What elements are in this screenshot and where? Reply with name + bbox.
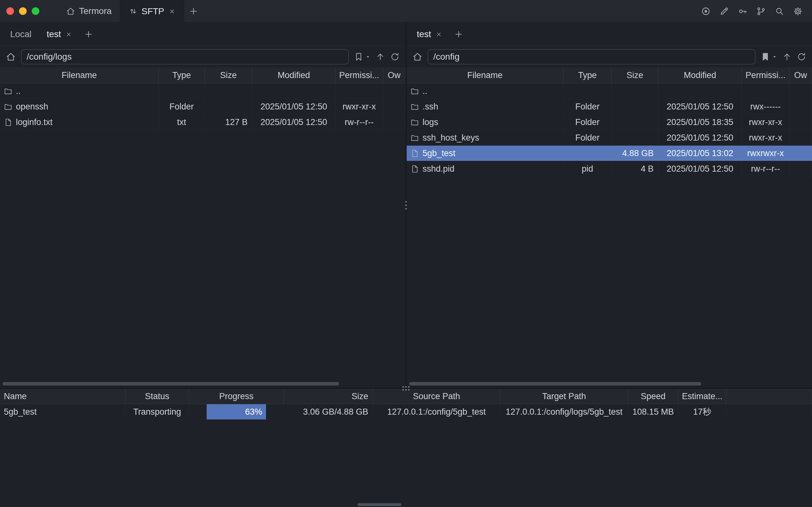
column-header-name[interactable]: Name	[0, 389, 125, 404]
tab-test[interactable]: test	[39, 22, 80, 46]
column-header-type[interactable]: Type	[159, 67, 205, 83]
file-row[interactable]: logsFolder2025/01/05 18:35rwxr-xr-x	[407, 115, 812, 130]
file-row[interactable]: 5gb_test4.88 GB2025/01/05 13:02rwxrwxr-x	[407, 146, 812, 161]
file-cell-type	[563, 146, 612, 161]
edit-button[interactable]	[717, 4, 731, 18]
tab-local[interactable]: Local	[3, 22, 39, 46]
bookmark-icon[interactable]	[354, 52, 364, 62]
column-header-estimate[interactable]: Estimate...	[679, 389, 726, 404]
column-header-filename[interactable]: Filename	[0, 67, 159, 83]
chevron-down-icon[interactable]	[365, 54, 370, 59]
file-cell-owner	[790, 99, 812, 114]
traffic-lights	[0, 0, 46, 22]
up-directory-icon[interactable]	[782, 52, 792, 62]
column-header-modified[interactable]: Modified	[252, 67, 335, 83]
horizontal-scrollbar[interactable]	[409, 382, 701, 386]
close-window-button[interactable]	[6, 7, 14, 15]
tab-termora[interactable]: Termora	[58, 0, 120, 22]
column-header-filename[interactable]: Filename	[407, 67, 563, 83]
horizontal-scrollbar[interactable]	[3, 382, 339, 386]
horizontal-scrollbar[interactable]	[358, 503, 401, 506]
file-cell-modified	[252, 83, 335, 99]
file-row[interactable]: ..	[0, 83, 405, 99]
file-cell-permissions	[742, 83, 790, 99]
file-cell-owner	[790, 130, 812, 145]
column-header-status[interactable]: Status	[125, 389, 189, 404]
tab-label: Termora	[79, 6, 112, 16]
file-cell-size	[205, 99, 252, 114]
file-row[interactable]: loginfo.txttxt127 B2025/01/05 12:50rw-r-…	[0, 115, 405, 130]
close-icon[interactable]	[65, 31, 72, 38]
path-input[interactable]	[21, 49, 349, 64]
file-name: logs	[423, 117, 438, 127]
file-cell-type: txt	[159, 115, 205, 130]
new-tab-button[interactable]	[184, 0, 203, 22]
tab-label: SFTP	[142, 6, 164, 16]
zoom-window-button[interactable]	[32, 7, 39, 15]
transfer-panel: NameStatusProgressSizeSource PathTarget …	[0, 388, 812, 507]
file-cell-modified: 2025/01/05 12:50	[252, 99, 335, 114]
file-row[interactable]: .sshFolder2025/01/05 12:50rwx------	[407, 99, 812, 115]
close-icon[interactable]	[169, 8, 175, 15]
remote-pane-tabs: test	[407, 22, 812, 46]
column-header-permissi[interactable]: Permissi...	[335, 67, 383, 83]
search-button[interactable]	[773, 4, 786, 18]
transfer-cell-target-path: 127.0.0.1:/config/logs/5gb_test	[500, 404, 628, 419]
minimize-window-button[interactable]	[19, 7, 27, 15]
file-cell-owner	[383, 83, 405, 99]
transfer-cell-status: Transporting	[125, 404, 189, 419]
titlebar-actions	[699, 0, 812, 22]
column-header-permissi[interactable]: Permissi...	[742, 67, 790, 83]
file-cell-permissions: rwxr-xr-x	[742, 130, 790, 145]
column-header-modified[interactable]: Modified	[658, 67, 742, 83]
remote-pathbar	[407, 46, 812, 67]
column-header-ow[interactable]: Ow	[383, 67, 405, 83]
record-button[interactable]	[699, 4, 712, 18]
titlebar: Termora SFTP	[0, 0, 812, 22]
file-row[interactable]: ..	[407, 83, 812, 99]
column-header-speed[interactable]: Speed	[628, 389, 679, 404]
tab-test[interactable]: test	[409, 22, 450, 46]
file-cell-name: .ssh	[407, 99, 563, 114]
column-header-size[interactable]: Size	[284, 389, 373, 404]
file-row[interactable]: opensshFolder2025/01/05 12:50rwxr-xr-x	[0, 99, 405, 115]
tab-sftp[interactable]: SFTP	[120, 0, 184, 22]
column-header-ow[interactable]: Ow	[790, 67, 812, 83]
column-header-targetpath[interactable]: Target Path	[500, 389, 628, 404]
panel-divider-handle[interactable]	[402, 386, 410, 391]
column-header-size[interactable]: Size	[205, 67, 252, 83]
local-file-table: FilenameTypeSizeModifiedPermissi...Ow..o…	[0, 67, 405, 388]
column-header-progress[interactable]: Progress	[189, 389, 284, 404]
file-cell-size: 4 B	[612, 161, 658, 176]
file-row[interactable]: sshd.pidpid4 B2025/01/05 12:50rw-r--r--	[407, 161, 812, 177]
branch-button[interactable]	[754, 4, 767, 18]
settings-button[interactable]	[791, 4, 804, 18]
progress-label: 63%	[245, 407, 262, 417]
key-manager-button[interactable]	[736, 4, 749, 18]
home-icon[interactable]	[6, 52, 16, 62]
column-header-size[interactable]: Size	[612, 67, 658, 83]
up-directory-icon[interactable]	[376, 52, 385, 62]
chevron-down-icon[interactable]	[772, 54, 777, 59]
file-cell-type: Folder	[563, 99, 612, 114]
file-cell-size: 127 B	[205, 115, 252, 130]
column-header-sourcepath[interactable]: Source Path	[373, 389, 500, 404]
table-header: FilenameTypeSizeModifiedPermissi...Ow	[0, 67, 405, 83]
file-cell-owner	[790, 83, 812, 99]
refresh-icon[interactable]	[390, 52, 400, 62]
home-icon[interactable]	[412, 52, 423, 62]
close-icon[interactable]	[436, 31, 442, 38]
bookmark-icon[interactable]	[761, 52, 770, 62]
add-tab-button[interactable]	[80, 22, 98, 46]
file-row[interactable]: ssh_host_keysFolder2025/01/05 12:50rwxr-…	[407, 130, 812, 146]
refresh-icon[interactable]	[797, 52, 806, 62]
file-cell-modified: 2025/01/05 13:02	[658, 146, 742, 161]
add-tab-button[interactable]	[450, 22, 468, 46]
path-input[interactable]	[428, 49, 756, 64]
transfer-row[interactable]: 5gb_testTransporting63%3.06 GB/4.88 GB12…	[0, 404, 812, 420]
home-icon	[66, 7, 75, 16]
file-cell-size	[612, 99, 658, 114]
file-cell-name: ..	[0, 83, 159, 99]
column-header-type[interactable]: Type	[563, 67, 612, 83]
termora-window: Termora SFTP Local test	[0, 0, 812, 507]
